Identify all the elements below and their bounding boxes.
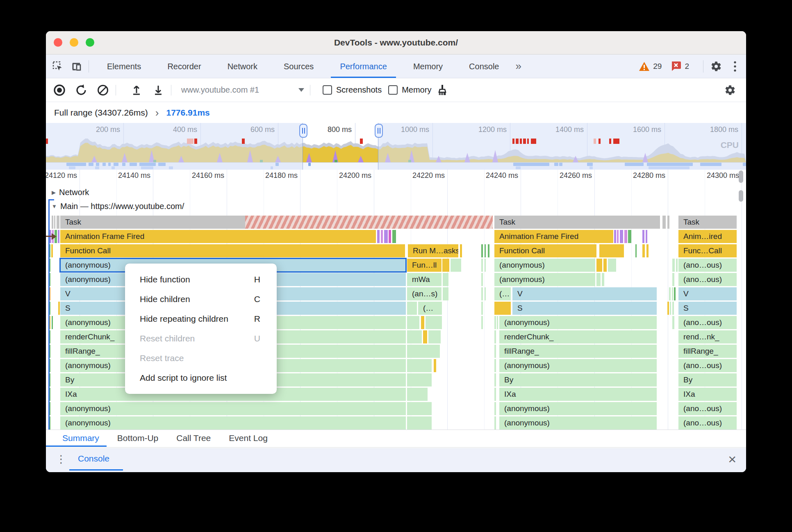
flame-bar-anonymous-3[interactable]: (ano…ous) [678, 316, 737, 329]
flame-bar-by[interactable] [494, 373, 496, 386]
record-icon[interactable] [52, 83, 66, 97]
flame-bar-function-call[interactable] [481, 244, 483, 257]
flame-bar-function-call[interactable]: Function Call [60, 244, 405, 257]
breadcrumb-selected-range[interactable]: 1776.91ms [166, 108, 209, 118]
flame-bar-animation-frame-fired[interactable] [642, 230, 644, 243]
section-network[interactable]: ▶Network [46, 185, 746, 199]
flame-bar-task[interactable] [57, 216, 59, 229]
flame-bar-task[interactable] [245, 216, 493, 229]
flame-bar-animation-frame-fired[interactable] [58, 230, 59, 243]
flame-bar-anonymous-5[interactable]: (anonymous) [60, 402, 406, 415]
flame-bar-anonymous-6[interactable]: (anonymous) [60, 416, 406, 430]
flame-bar-v[interactable] [672, 287, 673, 300]
flame-bar-by[interactable]: By [499, 373, 657, 386]
flame-bar-animation-frame-fired[interactable] [389, 230, 391, 243]
flame-bar-anonymous-2[interactable]: (anonymous) [494, 273, 595, 286]
flame-bar-function-call[interactable] [646, 244, 649, 257]
flame-bar-task[interactable]: Task [60, 216, 245, 229]
flame-bar-anonymous-4[interactable] [407, 359, 432, 372]
settings-gear-icon[interactable] [709, 59, 723, 73]
capture-settings-gear-icon[interactable] [723, 83, 737, 97]
flame-bar-function-call[interactable] [485, 244, 486, 257]
selection-left-handle[interactable] [299, 124, 307, 138]
flame-bar-renderchunk[interactable] [494, 330, 496, 343]
flame-bar-animation-frame-fired[interactable] [617, 230, 619, 243]
flame-bar-animation-frame-fired[interactable] [628, 230, 631, 243]
tab-sources[interactable]: Sources [271, 55, 327, 78]
reload-and-record-icon[interactable] [74, 83, 88, 97]
vertical-scrollbar-thumb[interactable] [739, 171, 743, 183]
flame-bar-anonymous[interactable]: (ano…ous) [678, 259, 737, 272]
flame-bar-s[interactable] [407, 302, 417, 315]
flame-bar-s[interactable]: S [678, 302, 737, 315]
flame-bar-v[interactable]: V [678, 287, 737, 300]
flame-bar-s[interactable]: (… [418, 302, 442, 315]
flame-bar-anonymous[interactable] [442, 259, 449, 272]
screenshots-label[interactable]: Screenshots [336, 85, 382, 95]
flame-bar-ixa[interactable]: IXa [678, 388, 737, 401]
flame-bar-function-call[interactable] [460, 244, 462, 257]
flame-bar-ixa[interactable] [407, 388, 428, 401]
tab-performance[interactable]: Performance [327, 55, 400, 78]
flame-bar-anonymous-3[interactable] [494, 316, 496, 329]
tab-recorder[interactable]: Recorder [154, 55, 214, 78]
save-profile-icon[interactable] [151, 83, 165, 97]
errors-indicator[interactable]: 2 [671, 61, 689, 71]
flame-bar-anonymous-3[interactable] [497, 316, 498, 329]
flame-bar-anonymous-3[interactable] [407, 316, 419, 329]
flame-bar-anonymous-4[interactable]: (ano…ous) [678, 359, 737, 372]
details-tab-call-tree[interactable]: Call Tree [176, 430, 211, 447]
flame-bar-anonymous-3[interactable] [481, 316, 483, 329]
flame-bar-function-call[interactable] [642, 244, 645, 257]
memory-label[interactable]: Memory [402, 85, 431, 95]
flame-bar-animation-frame-fired[interactable]: Animation Frame Fired [494, 230, 613, 243]
flame-bar-anonymous-2[interactable] [602, 273, 604, 286]
flame-bar-task[interactable]: Task [494, 216, 660, 229]
flame-bar-anonymous-2[interactable] [596, 273, 601, 286]
device-toolbar-icon[interactable] [70, 59, 84, 73]
flame-bar-task[interactable] [662, 216, 666, 229]
flame-bar-function-call[interactable] [635, 244, 637, 257]
inspect-element-icon[interactable] [51, 59, 65, 73]
flame-bar-task[interactable] [52, 216, 53, 229]
flame-bar-fillrange[interactable] [407, 345, 440, 358]
flame-bar-anonymous-6[interactable] [494, 416, 496, 430]
flame-bar-anonymous[interactable] [603, 259, 607, 272]
flame-bar-anonymous-5[interactable]: (ano…ous) [678, 402, 737, 415]
flame-bar-animation-frame-fired[interactable] [377, 230, 380, 243]
flame-bar-s[interactable] [672, 302, 674, 315]
flame-bar-anonymous-3[interactable] [672, 316, 674, 329]
flame-bar-animation-frame-fired[interactable] [646, 230, 647, 243]
flame-bar-anonymous-2[interactable] [443, 273, 448, 286]
flame-bar-s[interactable] [667, 302, 669, 315]
flame-bar-s[interactable] [670, 302, 671, 315]
flame-bar-anonymous-2[interactable]: (ano…ous) [678, 273, 737, 286]
drawer-kebab-menu-icon[interactable]: ⋮ [56, 453, 66, 466]
flame-bar-renderchunk[interactable] [407, 330, 422, 343]
flame-bar-v[interactable] [485, 287, 486, 300]
flame-bar-anonymous[interactable]: Fun…ll [407, 259, 442, 272]
flame-bar-animation-frame-fired[interactable]: Anim…ired [678, 230, 737, 243]
flame-bar-v[interactable] [481, 287, 483, 300]
tab-elements[interactable]: Elements [94, 55, 154, 78]
flame-bar-animation-frame-fired[interactable] [384, 230, 388, 243]
flame-bar-anonymous-5[interactable] [407, 402, 432, 415]
flame-bar-anonymous-3[interactable]: (anonymous) [499, 316, 657, 329]
flame-bar-by[interactable]: By [678, 373, 737, 386]
flame-bar-animation-frame-fired[interactable] [381, 230, 383, 243]
close-drawer-icon[interactable]: × [728, 451, 736, 467]
flame-bar-task[interactable]: Task [678, 216, 737, 229]
section-main[interactable]: ▼Main — https://www.youtube.com/ [46, 199, 746, 213]
flame-bar-function-call[interactable] [599, 244, 624, 257]
flame-bar-animation-frame-fired[interactable]: Animation Frame Fired [60, 230, 376, 243]
flame-bar-anonymous[interactable] [451, 259, 461, 272]
flame-bar-animation-frame-fired[interactable] [614, 230, 616, 243]
flame-bar-v[interactable] [674, 287, 676, 300]
timeline-overview[interactable]: CPU NET 200 ms400 ms600 ms800 ms1000 ms1… [46, 123, 746, 170]
flame-bar-v[interactable]: (an…s) [407, 287, 442, 300]
menu-item-hide-children[interactable]: Hide childrenC [125, 289, 277, 309]
flame-bar-anonymous-3[interactable] [426, 316, 442, 329]
flame-bar-v[interactable] [443, 287, 448, 300]
flame-bar-anonymous-6[interactable]: (ano…ous) [678, 416, 737, 430]
breadcrumb-full-range[interactable]: Full range (34307.26ms) [54, 108, 148, 118]
